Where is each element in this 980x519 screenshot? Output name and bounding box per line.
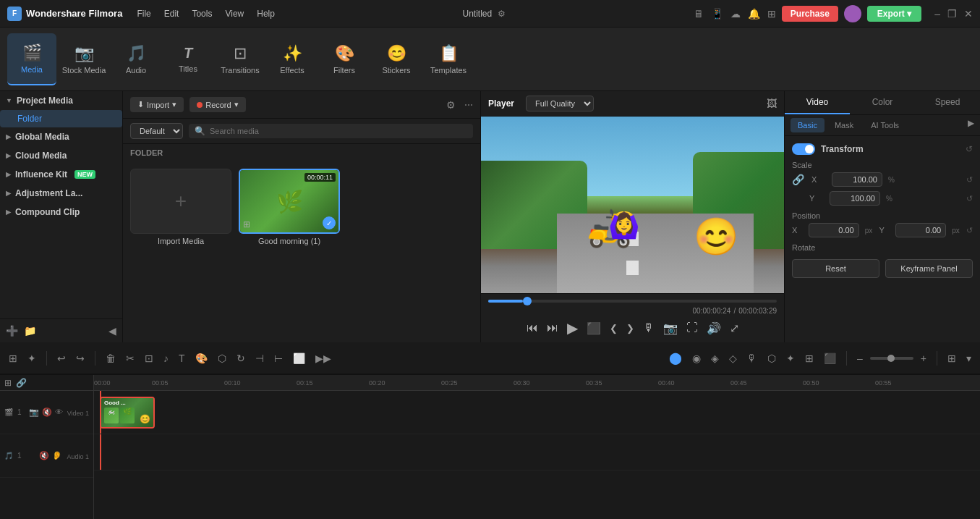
timeline-tool2[interactable]: ◉ <box>689 350 704 367</box>
mirror-icon[interactable]: ⊣ <box>252 350 267 367</box>
subtab-mask[interactable]: Mask <box>827 118 861 132</box>
zoom-slider[interactable] <box>870 357 913 360</box>
video-mute-icon[interactable]: 🔇 <box>42 408 52 417</box>
scale-x-reset[interactable]: ↺ <box>966 175 973 185</box>
transform-toggle[interactable] <box>792 143 815 155</box>
grid-icon[interactable]: ⊞ <box>767 8 776 20</box>
add-track-icon[interactable]: ⊞ <box>4 378 12 388</box>
keyframe-panel-button[interactable]: Keyframe Panel <box>885 259 973 278</box>
settings-icon[interactable]: ▾ <box>963 350 974 367</box>
list-item[interactable]: 🌿 00:00:11 ⊞ ✓ Good morning (1) <box>239 169 340 245</box>
transform-reset-icon[interactable]: ↺ <box>966 144 973 154</box>
sidebar-item-influence-kit[interactable]: ▶ Influence Kit NEW <box>0 165 122 184</box>
link-track-icon[interactable]: 🔗 <box>16 378 27 388</box>
tab-color[interactable]: Color <box>850 91 915 114</box>
toolbar-audio[interactable]: 🎵 Audio <box>111 33 161 85</box>
rotate-icon[interactable]: ↻ <box>234 350 248 367</box>
undo-button[interactable]: ↩ <box>54 350 69 367</box>
timeline-tool3[interactable]: ◈ <box>708 350 722 367</box>
timeline-tool8[interactable]: ⊞ <box>802 350 817 367</box>
text-icon[interactable]: T <box>176 350 188 367</box>
position-y-input[interactable] <box>895 223 946 237</box>
sidebar-item-cloud-media[interactable]: ▶ Cloud Media <box>0 146 122 165</box>
timeline-tool5[interactable]: 🎙 <box>744 350 760 367</box>
video-eye-icon[interactable]: 👁 <box>55 408 63 417</box>
step-back-button[interactable]: ⏭ <box>547 321 558 334</box>
sidebar-item-compound-clip[interactable]: ▶ Compound Clip <box>0 203 122 221</box>
cloud-icon[interactable]: ☁ <box>730 8 741 20</box>
player-tab[interactable]: Player <box>488 98 514 109</box>
scale-y-input[interactable] <box>830 191 880 206</box>
skip-back-button[interactable]: ⏮ <box>527 321 538 334</box>
import-button[interactable]: ⬇ Import ▾ <box>130 97 184 112</box>
timeline-snap-icon[interactable]: ⊞ <box>6 350 20 367</box>
screen-icon[interactable]: 🖥 <box>694 8 704 20</box>
menu-edit[interactable]: Edit <box>164 9 179 19</box>
sidebar-item-adjustment[interactable]: ▶ Adjustment La... <box>0 184 122 203</box>
voiceover-button[interactable]: 🎙 <box>643 321 655 334</box>
toolbar-stock-media[interactable]: 📷 Stock Media <box>59 33 108 85</box>
fullscreen-button[interactable]: ⛶ <box>686 321 698 334</box>
devices-icon[interactable]: 📱 <box>711 8 723 20</box>
timeline-tool4[interactable]: ◇ <box>726 350 740 367</box>
menu-file[interactable]: File <box>137 9 150 19</box>
scale-icon[interactable]: ⊢ <box>271 350 286 367</box>
redo-button[interactable]: ↪ <box>73 350 88 367</box>
progress-bar[interactable] <box>488 300 777 303</box>
folder-icon[interactable]: 📁 <box>24 325 36 337</box>
paint-icon[interactable]: 🎨 <box>192 350 210 367</box>
minimize-button[interactable]: – <box>934 8 940 20</box>
export-button[interactable]: Export ▾ <box>867 6 921 22</box>
sidebar-item-global-media[interactable]: ▶ Global Media <box>0 127 122 146</box>
zoom-out-icon[interactable]: – <box>854 350 866 367</box>
scale-y-reset[interactable]: ↺ <box>966 194 973 203</box>
quality-select[interactable]: Full Quality <box>526 96 594 111</box>
search-input[interactable] <box>210 127 467 135</box>
layout-icon[interactable]: ⊞ <box>945 350 959 367</box>
tab-video[interactable]: Video <box>785 91 850 114</box>
mask-icon[interactable]: ⬡ <box>215 350 229 367</box>
subtab-ai-tools[interactable]: AI Tools <box>864 118 906 132</box>
stop-button[interactable]: ⬛ <box>587 321 601 335</box>
more-options-icon[interactable]: ⋯ <box>464 100 473 110</box>
purchase-button[interactable]: Purchase <box>782 6 838 22</box>
close-button[interactable]: ✕ <box>964 8 973 20</box>
toolbar-templates[interactable]: 📋 Templates <box>424 33 473 85</box>
reset-button[interactable]: Reset <box>792 259 879 278</box>
menu-help[interactable]: Help <box>257 9 275 19</box>
timeline-tool9[interactable]: ⬛ <box>821 350 839 367</box>
video-clip[interactable]: Good ... 🏍 🌿 😊 <box>100 397 155 429</box>
record-button[interactable]: Record ▾ <box>189 97 245 112</box>
zoom-in-icon[interactable]: + <box>918 350 929 367</box>
toolbar-titles[interactable]: T Titles <box>163 33 213 85</box>
toolbar-transitions[interactable]: ⊡ Transitions <box>216 33 265 85</box>
toolbar-stickers[interactable]: 😊 Stickers <box>372 33 421 85</box>
expand-icon[interactable]: ⬜ <box>290 350 308 367</box>
settings-icon[interactable]: ⚙ <box>498 9 506 19</box>
timeline-tool6[interactable]: ⬡ <box>764 350 779 367</box>
cut-icon[interactable]: ✂ <box>123 350 137 367</box>
toolbar-media[interactable]: 🎬 Media <box>7 33 56 85</box>
position-reset[interactable]: ↺ <box>966 226 973 235</box>
play-button[interactable]: ▶ <box>567 319 578 337</box>
video-camera-icon[interactable]: 📷 <box>29 408 39 417</box>
sort-select[interactable]: Default <box>130 123 183 139</box>
scale-x-input[interactable] <box>832 172 882 187</box>
crop-icon[interactable]: ⊡ <box>142 350 156 367</box>
add-folder-icon[interactable]: ➕ <box>6 325 18 337</box>
bell-icon[interactable]: 🔔 <box>748 8 760 20</box>
volume-button[interactable]: 🔊 <box>707 321 721 335</box>
audio-icon[interactable]: ♪ <box>161 350 171 367</box>
list-item[interactable]: + Import Media <box>130 169 231 245</box>
sidebar-item-project-media[interactable]: ▼ Project Media <box>0 91 122 110</box>
mark-out-button[interactable]: ❯ <box>626 323 634 334</box>
menu-tools[interactable]: Tools <box>192 9 212 19</box>
subtab-nav-icon[interactable]: ▶ <box>968 118 974 132</box>
audio-solo-icon[interactable]: 👂 <box>52 451 62 460</box>
expand-button[interactable]: ⤢ <box>730 321 739 335</box>
maximize-button[interactable]: ❐ <box>947 8 957 20</box>
toolbar-effects[interactable]: ✨ Effects <box>268 33 317 85</box>
more-tools-icon[interactable]: ▶▶ <box>312 350 334 367</box>
preview-image-icon[interactable]: 🖼 <box>767 98 777 109</box>
timeline-magnet-icon[interactable]: ✦ <box>25 350 39 367</box>
